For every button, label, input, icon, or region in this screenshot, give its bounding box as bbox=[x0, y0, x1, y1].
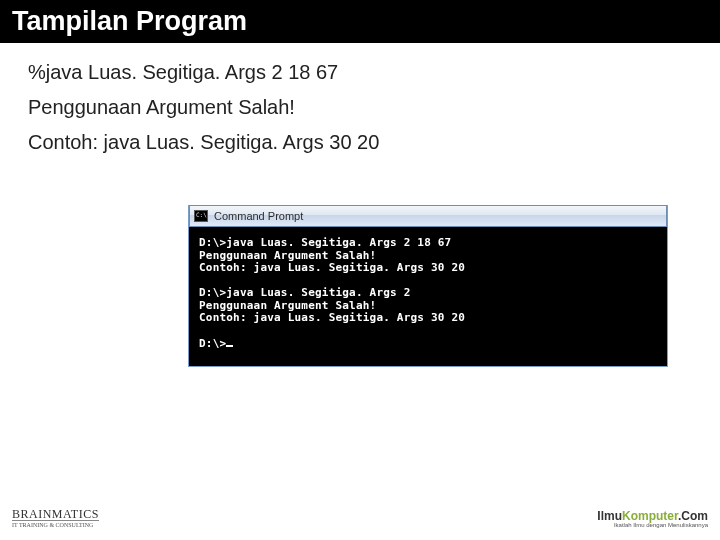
command-prompt-window: Command Prompt D:\>java Luas. Segitiga. … bbox=[188, 205, 668, 367]
footer-right-ilmu: Ilmu bbox=[597, 509, 622, 523]
footer-right-sub: Ikatlah Ilmu dengan Menuliskannya bbox=[597, 522, 708, 528]
prompt-text: D:\> bbox=[199, 337, 226, 350]
footer-left-brand: BRAINMATICS bbox=[12, 508, 99, 520]
description-block: %java Luas. Segitiga. Args 2 18 67 Pengg… bbox=[0, 43, 720, 158]
desc-line-1: %java Luas. Segitiga. Args 2 18 67 bbox=[28, 57, 692, 88]
slide-title-bar: Tampilan Program bbox=[0, 0, 720, 43]
command-prompt-icon bbox=[194, 210, 208, 222]
desc-line-2: Penggunaan Argument Salah! bbox=[28, 92, 692, 123]
slide-title: Tampilan Program bbox=[12, 6, 247, 36]
cursor-icon bbox=[226, 337, 233, 347]
footer-left-logo: BRAINMATICS IT TRAINING & CONSULTING bbox=[12, 508, 99, 528]
footer-right-logo: IlmuKomputer.Com Ikatlah Ilmu dengan Men… bbox=[597, 510, 708, 528]
footer-right-com: .Com bbox=[678, 509, 708, 523]
terminal-output-2: D:\>java Luas. Segitiga. Args 2 Pengguna… bbox=[199, 287, 657, 325]
command-prompt-body: D:\>java Luas. Segitiga. Args 2 18 67 Pe… bbox=[189, 227, 667, 366]
desc-line-3: Contoh: java Luas. Segitiga. Args 30 20 bbox=[28, 127, 692, 158]
command-prompt-title: Command Prompt bbox=[214, 210, 303, 222]
footer-left-sub: IT TRAINING & CONSULTING bbox=[12, 520, 99, 528]
terminal-prompt: D:\> bbox=[199, 337, 657, 351]
terminal-output-1: D:\>java Luas. Segitiga. Args 2 18 67 Pe… bbox=[199, 237, 657, 275]
footer-right-komputer: Komputer bbox=[622, 509, 678, 523]
command-prompt-titlebar: Command Prompt bbox=[189, 205, 667, 227]
